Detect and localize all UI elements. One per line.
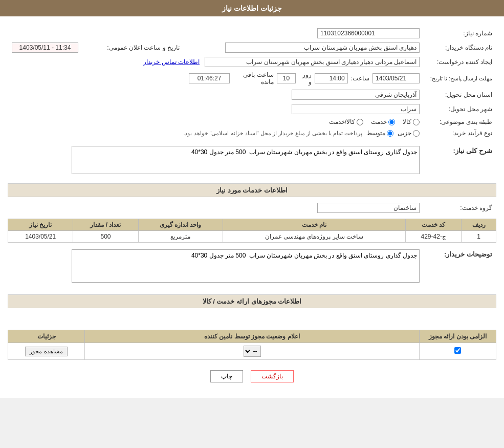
purchase-note: پرداخت تمام یا بخشی از مبلغ خریدار از مح… bbox=[183, 130, 362, 137]
col-status: اعلام وضعیت مجوز توسط نامین کننده bbox=[85, 330, 420, 343]
category-option-service[interactable]: خدمت bbox=[371, 118, 395, 125]
col-quantity: تعداد / مقدار bbox=[73, 219, 138, 231]
purchase-option-partial[interactable]: جزیی bbox=[398, 130, 420, 137]
city-label: شهر محل تحویل: bbox=[424, 102, 495, 116]
table-row: -- مشاهده مجوز bbox=[8, 343, 496, 360]
page-title: جزئیات اطلاعات نیاز bbox=[222, 4, 282, 12]
services-table: ردیف کد خدمت نام خدمت واحد اندازه گیری ت… bbox=[8, 219, 496, 243]
need-number-value: 1103102366000001 bbox=[317, 28, 420, 38]
announce-value: 1403/05/11 - 11:34 bbox=[12, 42, 78, 53]
description-label: شرح کلی نیاز: bbox=[453, 147, 492, 155]
category-option-both[interactable]: کالا/خدمت bbox=[329, 118, 363, 125]
col-date: تاریخ نیاز bbox=[8, 219, 73, 231]
purchase-type-label: نوع فرآیند خرید: bbox=[424, 128, 495, 138]
category-label: طبقه بندی موضوعی: bbox=[424, 117, 495, 127]
permits-table: الزامی بودن ارائه مجوز اعلام وضعیت مجوز … bbox=[8, 330, 496, 360]
buyer-notes-label: توضیحات خریدار: bbox=[444, 250, 492, 258]
status-select[interactable]: -- bbox=[244, 346, 261, 357]
need-number-label: شماره نیاز: bbox=[424, 27, 495, 40]
col-service-code: کد خدمت bbox=[406, 219, 462, 231]
permits-section-title: اطلاعات مجوزهای ارائه خدمت / کالا bbox=[8, 294, 496, 308]
footer-buttons: بازگشت چاپ bbox=[8, 370, 496, 382]
deadline-label: مهلت ارسال پاسخ: تا تاریخ: bbox=[424, 70, 495, 87]
deadline-day-label: روز و bbox=[299, 71, 312, 86]
deadline-days: 10 bbox=[277, 73, 296, 83]
announce-label: تاریخ و ساعت اعلان عمومی: bbox=[107, 44, 180, 51]
col-required: الزامی بودن ارائه مجوز bbox=[420, 330, 496, 343]
buyer-notes-textarea[interactable] bbox=[72, 249, 420, 283]
purchase-option-medium[interactable]: متوسط bbox=[366, 130, 393, 137]
services-section-title: اطلاعات خدمات مورد نیاز bbox=[8, 183, 496, 197]
category-option-goods[interactable]: کالا bbox=[403, 118, 420, 125]
description-textarea[interactable] bbox=[72, 146, 420, 174]
col-row-num: ردیف bbox=[462, 219, 496, 231]
buyer-org-label: نام دستگاه خریدار: bbox=[424, 41, 495, 54]
col-unit: واحد اندازه گیری bbox=[138, 219, 223, 231]
buyer-org-value: دهیاری اسنق بخش مهربان شهرستان سراب bbox=[225, 42, 420, 53]
province-value: آذربایجان شرقی bbox=[292, 90, 420, 100]
col-service-name: نام خدمت bbox=[223, 219, 406, 231]
service-group-value: ساختمان bbox=[317, 203, 420, 213]
deadline-time: 14:00 bbox=[315, 73, 348, 83]
service-group-label: گروه خدمت: bbox=[460, 204, 492, 211]
creator-label: ایجاد کننده درخواست: bbox=[424, 55, 495, 69]
view-permit-button[interactable]: مشاهده مجوز bbox=[25, 347, 67, 356]
table-row: 1 ج-42-429 ساخت سایر پروژه‌های مهندسی عم… bbox=[8, 231, 496, 243]
city-value: سراب bbox=[292, 104, 420, 114]
deadline-date: 1403/05/21 bbox=[372, 73, 420, 83]
province-label: استان محل تحویل: bbox=[424, 88, 495, 101]
remaining-time: 01:46:27 bbox=[189, 73, 230, 83]
back-button[interactable]: بازگشت bbox=[251, 370, 294, 382]
print-button[interactable]: چاپ bbox=[210, 370, 243, 382]
deadline-time-label: ساعت: bbox=[351, 75, 369, 82]
page-header: جزئیات اطلاعات نیاز bbox=[0, 0, 504, 16]
required-checkbox[interactable] bbox=[454, 347, 461, 354]
remaining-label: ساعت باقی مانده bbox=[233, 71, 274, 86]
creator-value: اسماعیل مردانی دهیار دهیاری اسنق بخش مهر… bbox=[205, 57, 420, 67]
contact-link[interactable]: اطلاعات تماس خریدار bbox=[143, 58, 200, 66]
col-details: جزئیات bbox=[8, 330, 85, 343]
